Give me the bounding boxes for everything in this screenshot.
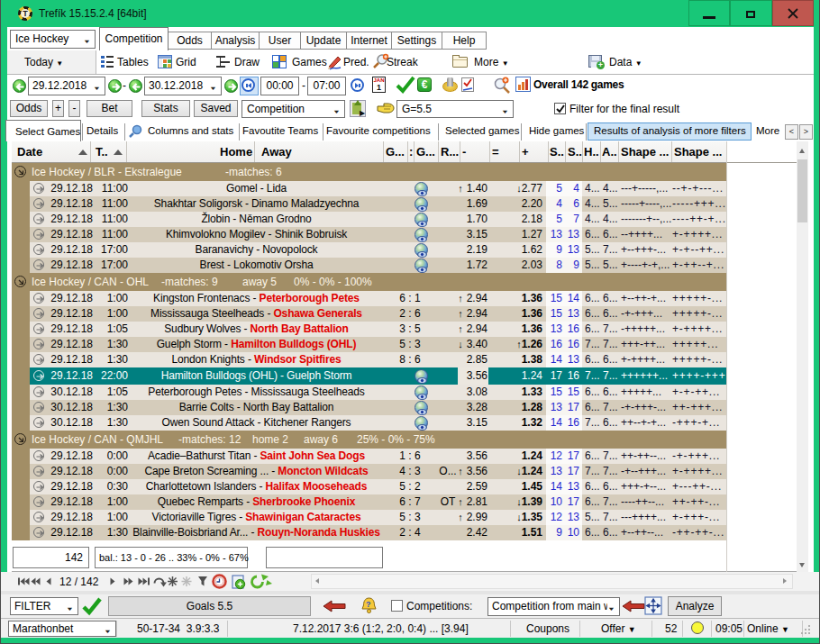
svg-text:12 / 142: 12 / 142 <box>59 576 99 588</box>
svg-text:?: ? <box>366 600 371 609</box>
